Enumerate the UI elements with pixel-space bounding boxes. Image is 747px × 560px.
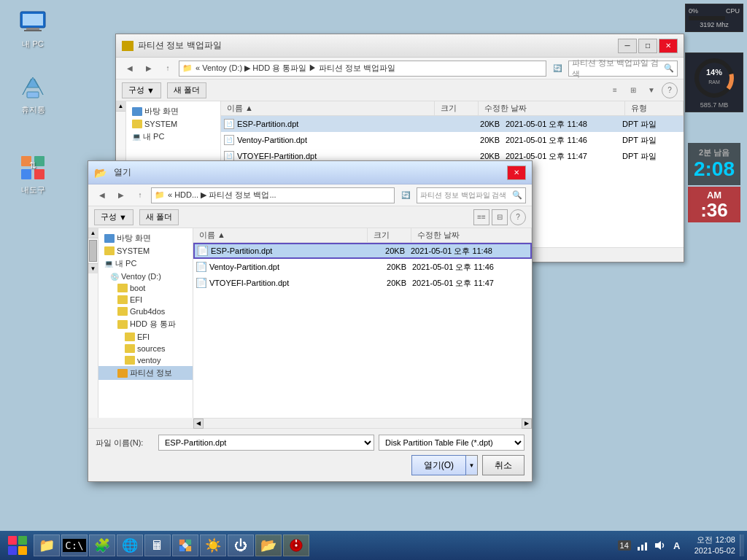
open-open-button[interactable]: 열기(O) <box>411 455 466 475</box>
taskbar-color[interactable] <box>172 534 198 556</box>
taskbar-cmd[interactable]: C:\ <box>61 534 88 556</box>
taskbar-ventoy[interactable] <box>283 534 309 556</box>
open-filetype-dropdown[interactable]: Disk Partition Table File (*.dpt) <box>379 435 525 451</box>
open-sidebar-mypc[interactable]: 💻 내 PC <box>98 257 193 271</box>
open-view-details[interactable]: ≡≡ <box>473 209 489 225</box>
open-sidebar-boot[interactable]: boot <box>98 282 193 294</box>
open-address-bar[interactable]: 📁 « HDD... ▶ 파티션 정보 백업... <box>151 187 395 203</box>
open-file-name-2: 📄 VTOYEFI-Partition.dpt <box>196 278 368 288</box>
taskbar-globe[interactable]: 🌐 <box>117 534 143 556</box>
open-sidebar-grub4dos[interactable]: Grub4dos <box>98 306 193 317</box>
open-file-row-0[interactable]: 📄 ESP-Partition.dpt 20KB 2021-05-01 오후 1… <box>193 243 532 259</box>
taskbar-imagene[interactable]: ☀️ <box>200 534 226 556</box>
bg-col-size[interactable]: 크기 <box>435 101 479 115</box>
open-col-date[interactable]: 수정한 날짜 <box>411 228 532 242</box>
taskbar-puzzle[interactable]: 🧩 <box>89 534 115 556</box>
bg-window-close[interactable]: ✕ <box>659 39 678 53</box>
bg-file-row-0[interactable]: 📄 ESP-Partition.dpt 20KB 2021-05-01 오후 1… <box>221 116 684 132</box>
bg-window-maximize[interactable]: □ <box>638 39 657 53</box>
tray-lang[interactable]: A <box>670 538 684 553</box>
bg-nav-forward[interactable]: ▶ <box>141 61 157 77</box>
open-sidebar-partition[interactable]: 파티션 정보 <box>98 366 193 380</box>
bg-new-folder-btn[interactable]: 새 폴더 <box>167 82 206 98</box>
open-sidebar-efi2[interactable]: EFI <box>98 331 193 343</box>
taskbar-clock[interactable]: 오전 12:08 2021-05-02 <box>692 534 738 557</box>
tray-14-label: 14 <box>618 540 631 551</box>
desktop-icon-recycle[interactable]: 휴지통 <box>7 73 58 115</box>
bg-compose-btn[interactable]: 구성 ▼ <box>122 82 161 98</box>
open-boot-icon <box>117 284 128 292</box>
svg-rect-20 <box>18 546 27 555</box>
bg-col-name[interactable]: 이름 ▲ <box>221 101 435 115</box>
bg-nav-back[interactable]: ◀ <box>122 61 138 77</box>
open-nav-back[interactable]: ◀ <box>94 187 110 203</box>
open-sidebar-system[interactable]: SYSTEM <box>98 245 193 257</box>
bg-mypc-icon: 💻 <box>132 133 141 141</box>
scrollbar-up[interactable]: ▲ <box>88 228 98 238</box>
open-compose-arrow: ▼ <box>119 213 127 222</box>
desktop-icon-tools[interactable]: ⇅ 내도구 <box>7 153 58 195</box>
taskbar-power[interactable]: ⏻ <box>228 534 254 556</box>
open-cancel-button[interactable]: 취소 <box>482 455 525 475</box>
bg-sidebar-desktop[interactable]: 바탕 화면 <box>126 104 220 118</box>
open-sidebar-scrollbar[interactable]: ▲ ▼ <box>88 228 98 418</box>
bg-nav-refresh[interactable]: 🔄 <box>549 61 565 77</box>
svg-text:RAM: RAM <box>708 79 720 85</box>
open-col-name[interactable]: 이름 ▲ <box>193 228 368 242</box>
taskbar-folder2[interactable]: 📂 <box>255 534 282 556</box>
open-compose-btn[interactable]: 구성 ▼ <box>94 209 133 225</box>
open-file-row-2[interactable]: 📄 VTOYEFI-Partition.dpt 20KB 2021-05-01 … <box>193 275 532 291</box>
taskbar-folder[interactable]: 📁 <box>34 534 60 556</box>
bg-view-options[interactable]: ▼ <box>643 82 659 98</box>
desktop-icon-mypc[interactable]: 내 PC <box>7 7 58 50</box>
open-sidebar-efi[interactable]: EFI <box>98 294 193 306</box>
hscrollbar-left[interactable]: ◀ <box>193 419 204 429</box>
open-nav-forward[interactable]: ▶ <box>113 187 129 203</box>
open-new-folder-btn[interactable]: 새 폴더 <box>139 209 179 225</box>
open-filename-input[interactable]: ESP-Partition.dpt <box>158 435 374 451</box>
bg-sidebar-mypc[interactable]: 💻 내 PC <box>126 130 220 144</box>
open-dialog-close[interactable]: ✕ <box>507 166 526 180</box>
bg-col-type[interactable]: 유형 <box>625 101 684 115</box>
open-sidebar-ventoy2[interactable]: ventoy <box>98 354 193 366</box>
open-col-size[interactable]: 크기 <box>368 228 411 242</box>
open-open-split[interactable]: ▼ <box>466 455 478 475</box>
open-sidebar-sources[interactable]: sources <box>98 343 193 354</box>
open-file-date-1: 2021-05-01 오후 11:46 <box>412 262 529 273</box>
open-nav-refresh[interactable]: 🔄 <box>398 187 414 203</box>
bg-search-bar[interactable]: 파티션 정보 백업파일 검색 🔍 <box>568 61 678 77</box>
bg-col-date[interactable]: 수정한 날짜 <box>479 101 625 115</box>
bg-view-details[interactable]: ≡ <box>607 82 623 98</box>
open-nav-up[interactable]: ↑ <box>132 187 148 203</box>
tray-14[interactable]: 14 <box>617 538 632 553</box>
open-hscrollbar[interactable]: ◀ ▶ <box>193 418 532 428</box>
open-sidebar-hdd[interactable]: HDD 용 통파 <box>98 317 193 331</box>
tray-network[interactable] <box>635 538 649 553</box>
tray-volume[interactable] <box>652 538 667 553</box>
open-view-icons[interactable]: ⊟ <box>492 209 508 225</box>
bg-view-icons[interactable]: ⊞ <box>625 82 641 98</box>
bg-file-icon-0: 📄 <box>224 119 234 129</box>
scrollbar-thumb[interactable] <box>89 240 97 262</box>
show-desktop-btn[interactable] <box>740 534 744 556</box>
bg-help[interactable]: ? <box>662 82 678 98</box>
open-help[interactable]: ? <box>510 209 526 225</box>
hscrollbar-right[interactable]: ▶ <box>522 419 532 429</box>
open-search-bar[interactable]: 파티션 정보 백업파일 검색 🔍 <box>417 187 526 203</box>
bg-window-minimize[interactable]: ─ <box>618 39 637 53</box>
start-button[interactable] <box>3 533 32 558</box>
svg-rect-31 <box>641 545 643 551</box>
open-sidebar-efi-label: EFI <box>130 295 142 304</box>
scrollbar-down[interactable]: ▼ <box>88 263 98 273</box>
open-file-row-1[interactable]: 📄 Ventoy-Partition.dpt 20KB 2021-05-01 오… <box>193 259 532 275</box>
open-sidebar-desktop[interactable]: 바탕 화면 <box>98 231 193 245</box>
taskbar-calc[interactable]: 🖩 <box>144 534 171 556</box>
svg-rect-18 <box>18 536 27 545</box>
bg-nav-up[interactable]: ↑ <box>160 61 176 77</box>
bg-window-titlebar: 파티션 정보 백업파일 ─ □ ✕ <box>116 34 684 58</box>
bg-address-bar[interactable]: 📁 « Ventoy (D:) ▶ HDD 용 통파일 ▶ 파티션 정보 백업파… <box>179 61 546 77</box>
bg-sidebar-system[interactable]: SYSTEM <box>126 118 220 130</box>
open-sidebar-ventoy[interactable]: 💿 Ventoy (D:) <box>98 271 193 282</box>
taskbar-time: 오전 12:08 <box>694 534 735 545</box>
bg-file-row-1[interactable]: 📄 Ventoy-Partition.dpt 20KB 2021-05-01 오… <box>221 132 684 148</box>
